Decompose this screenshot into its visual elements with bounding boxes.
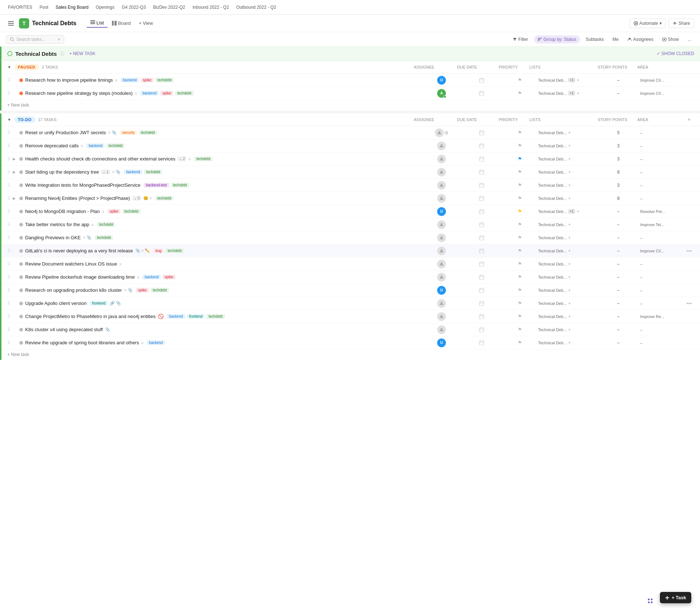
- tag-spike[interactable]: spike: [163, 275, 175, 279]
- due-date-cell[interactable]: [462, 222, 502, 227]
- list-add[interactable]: +: [568, 287, 571, 293]
- due-date-cell[interactable]: [462, 156, 502, 162]
- priority-cell[interactable]: ⚑: [502, 195, 538, 201]
- tag-spike[interactable]: spike: [141, 78, 153, 82]
- list-add[interactable]: +: [577, 90, 580, 96]
- drag-handle[interactable]: ⠿: [7, 222, 11, 227]
- due-date-cell[interactable]: [462, 78, 502, 83]
- add-section-btn[interactable]: +: [684, 116, 694, 123]
- priority-cell[interactable]: ⚑: [502, 222, 538, 227]
- task-name[interactable]: Review Pipeline dockerhub image download…: [25, 274, 135, 280]
- tag-backend-test[interactable]: backend-test: [144, 183, 169, 187]
- task-name[interactable]: K8s cluster v4 using deprecated stuff: [25, 327, 103, 332]
- priority-cell[interactable]: ⚑: [502, 301, 538, 306]
- filter-button[interactable]: Filter: [510, 35, 531, 43]
- priority-cell[interactable]: ⚑: [502, 156, 538, 162]
- list-plus[interactable]: +1: [568, 78, 575, 82]
- priority-cell[interactable]: ⚑: [502, 248, 538, 253]
- list-name[interactable]: Technical Deb...: [538, 275, 567, 279]
- new-task-link-todo[interactable]: + New task: [7, 352, 29, 357]
- list-add[interactable]: +: [568, 156, 571, 162]
- task-name[interactable]: Start tiding up the dependency tree: [25, 169, 99, 175]
- drag-handle[interactable]: ⠿: [7, 130, 11, 135]
- priority-cell[interactable]: ⚑: [502, 182, 538, 188]
- tag-techdebt[interactable]: techdebt: [139, 130, 157, 135]
- list-add[interactable]: +: [568, 248, 571, 253]
- task-row[interactable]: ⠿ Neo4j to MongoDB migration - Plan ≡ sp…: [1, 205, 700, 218]
- row-more[interactable]: •••: [684, 301, 694, 306]
- expand-arrow[interactable]: ▶: [13, 196, 17, 200]
- due-date-cell[interactable]: [462, 314, 502, 319]
- list-add[interactable]: +: [568, 301, 571, 306]
- list-add[interactable]: +: [568, 130, 571, 135]
- more-icon[interactable]: •••: [687, 301, 692, 306]
- task-row[interactable]: ⠿ Reset or unify Production JWT secrets …: [1, 126, 700, 139]
- list-name[interactable]: Technical Deb...: [538, 341, 567, 345]
- show-closed-button[interactable]: ✓ SHOW CLOSED: [657, 51, 694, 56]
- due-date-cell[interactable]: [462, 327, 502, 332]
- tag-spike[interactable]: spike: [160, 91, 173, 96]
- list-add[interactable]: +: [568, 169, 571, 175]
- tag-techdebt[interactable]: techdebt: [106, 143, 125, 148]
- assignees-button[interactable]: Assignees: [625, 35, 656, 43]
- drag-handle[interactable]: ⠿: [7, 143, 11, 148]
- task-name[interactable]: Reset or unify Production JWT secrets: [25, 130, 106, 135]
- task-name[interactable]: Research on upgrading production k8s clu…: [25, 287, 122, 293]
- list-name[interactable]: Technical Deb...: [538, 328, 567, 332]
- list-name[interactable]: Technical Deb...: [538, 236, 567, 240]
- tag-frontend[interactable]: frontend: [187, 314, 205, 319]
- task-row[interactable]: ⠿ ▶ Health checks should check db connec…: [1, 152, 700, 166]
- expand-arrow[interactable]: ▶: [13, 170, 17, 174]
- task-name[interactable]: Review Document watchers Linux OS issue: [25, 261, 117, 267]
- list-name[interactable]: Technical Deb...: [538, 170, 567, 174]
- tag-techdebt[interactable]: techdebt: [206, 314, 225, 319]
- more-icon[interactable]: •••: [687, 248, 692, 254]
- task-name[interactable]: Upgrade Apollo client version: [25, 301, 86, 306]
- paused-toggle[interactable]: ▼: [7, 65, 11, 69]
- drag-handle[interactable]: ⠿: [7, 340, 11, 345]
- drag-handle[interactable]: ⠿: [7, 262, 11, 267]
- priority-cell[interactable]: ⚑: [502, 90, 538, 96]
- list-name[interactable]: Technical Deb...: [538, 78, 567, 82]
- task-row[interactable]: ⠿ ▶ Start tiding up the dependency tree …: [1, 166, 700, 179]
- tag-techdebt[interactable]: techdebt: [151, 288, 169, 293]
- drag-handle[interactable]: ⠿: [7, 196, 11, 201]
- list-name[interactable]: Technical Deb...: [538, 209, 567, 214]
- nav-bizdev[interactable]: BizDev 2022-Q2: [149, 0, 189, 14]
- drag-handle[interactable]: ⠿: [7, 314, 11, 319]
- list-name[interactable]: Technical Deb...: [538, 314, 567, 319]
- nav-inbound[interactable]: Inbound 2022 - Q2: [189, 0, 233, 14]
- list-name[interactable]: Technical Deb...: [538, 144, 567, 148]
- task-row[interactable]: ⠿ Review Pipeline dockerhub image downlo…: [1, 271, 700, 284]
- task-row[interactable]: ⠿ Remove deprecated calls ≡ backend tech…: [1, 139, 700, 152]
- due-date-cell[interactable]: [462, 235, 502, 240]
- task-row[interactable]: ⠿ ▶ Renaming Neo4j Entities (Project > P…: [1, 192, 700, 205]
- due-date-cell[interactable]: [462, 170, 502, 175]
- list-add[interactable]: +: [568, 182, 571, 188]
- list-add[interactable]: +: [568, 222, 571, 227]
- tag-techdebt[interactable]: techdebt: [95, 235, 113, 240]
- nav-sales-eng[interactable]: Sales Eng Board: [52, 0, 92, 14]
- priority-cell[interactable]: ⚑: [502, 77, 538, 83]
- list-add[interactable]: +: [568, 195, 571, 201]
- list-name[interactable]: Technical Deb...: [538, 288, 567, 293]
- list-add[interactable]: +: [568, 143, 571, 148]
- list-name[interactable]: Technical Deb...: [538, 131, 567, 135]
- due-date-cell[interactable]: [462, 262, 502, 267]
- board-view-tab[interactable]: Board: [108, 19, 135, 27]
- list-add[interactable]: +: [568, 261, 571, 267]
- due-date-cell[interactable]: [462, 143, 502, 148]
- task-name[interactable]: Change ProjectMetro to PhaseMetro in jav…: [25, 314, 156, 319]
- task-name[interactable]: Take better metrics for the app: [25, 222, 89, 227]
- due-date-cell[interactable]: [462, 340, 502, 345]
- drag-handle[interactable]: ⠿: [7, 327, 11, 332]
- task-row[interactable]: ⠿ Upgrade Apollo client version frontend…: [1, 297, 700, 310]
- task-name[interactable]: Renaming Neo4j Entities (Project > Proje…: [25, 195, 130, 201]
- drag-handle[interactable]: ⠿: [7, 235, 11, 240]
- list-add[interactable]: +: [568, 327, 571, 332]
- list-plus[interactable]: +1: [568, 209, 575, 214]
- list-name[interactable]: Technical Deb...: [538, 196, 567, 201]
- drag-handle[interactable]: ⠿: [7, 91, 11, 96]
- tag-frontend[interactable]: frontend: [90, 301, 108, 306]
- task-name[interactable]: Dangling Previews in GKE: [25, 235, 81, 240]
